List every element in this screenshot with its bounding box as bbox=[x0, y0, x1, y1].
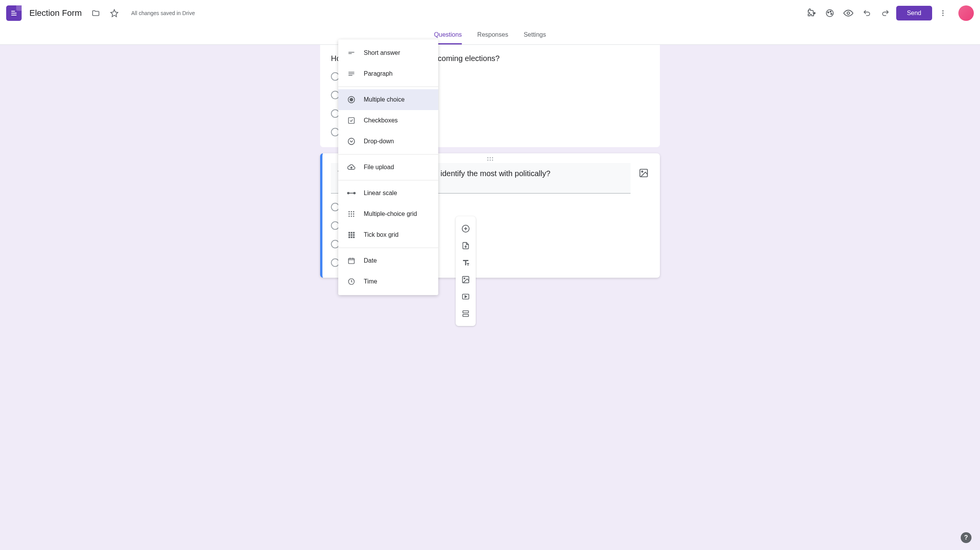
svg-rect-17 bbox=[349, 118, 354, 124]
add-title-button[interactable] bbox=[456, 254, 476, 271]
clock-icon bbox=[347, 277, 356, 286]
add-video-button[interactable] bbox=[456, 288, 476, 305]
checkbox-icon bbox=[347, 116, 356, 125]
svg-point-6 bbox=[942, 12, 943, 14]
dd-label: Time bbox=[364, 278, 377, 285]
dd-tick-grid[interactable]: Tick box grid bbox=[338, 224, 438, 245]
svg-point-1 bbox=[827, 12, 829, 13]
svg-point-25 bbox=[349, 213, 350, 214]
svg-point-18 bbox=[348, 138, 355, 145]
redo-icon[interactable] bbox=[878, 5, 893, 21]
svg-point-0 bbox=[826, 10, 833, 17]
dd-label: Checkboxes bbox=[364, 117, 398, 124]
dd-divider bbox=[338, 180, 438, 180]
svg-point-26 bbox=[351, 213, 352, 214]
add-section-button[interactable] bbox=[456, 305, 476, 322]
short-answer-icon bbox=[347, 48, 356, 58]
dd-divider bbox=[338, 248, 438, 248]
floating-toolbar bbox=[456, 216, 476, 326]
avatar[interactable] bbox=[958, 5, 974, 21]
svg-point-21 bbox=[353, 192, 356, 194]
svg-point-24 bbox=[353, 211, 354, 212]
chevron-down-circle-icon bbox=[347, 137, 356, 146]
dd-time[interactable]: Time bbox=[338, 271, 438, 292]
svg-point-44 bbox=[464, 278, 465, 279]
more-icon[interactable] bbox=[935, 5, 951, 21]
dd-mc-grid[interactable]: Multiple-choice grid bbox=[338, 204, 438, 224]
dd-label: Linear scale bbox=[364, 190, 397, 197]
dd-paragraph[interactable]: Paragraph bbox=[338, 63, 438, 84]
addons-icon[interactable] bbox=[804, 5, 819, 21]
preview-icon[interactable] bbox=[841, 5, 856, 21]
add-question-button[interactable] bbox=[456, 220, 476, 237]
svg-point-3 bbox=[831, 14, 832, 15]
dd-file-upload[interactable]: File upload bbox=[338, 157, 438, 178]
svg-rect-20 bbox=[349, 193, 354, 194]
send-button[interactable]: Send bbox=[896, 6, 932, 20]
svg-rect-38 bbox=[351, 236, 352, 238]
svg-rect-34 bbox=[349, 234, 350, 236]
dd-label: Paragraph bbox=[364, 70, 393, 77]
svg-point-23 bbox=[351, 211, 352, 212]
svg-point-27 bbox=[353, 213, 354, 214]
calendar-icon bbox=[347, 256, 356, 265]
svg-rect-14 bbox=[349, 75, 353, 76]
dd-label: Multiple-choice grid bbox=[364, 210, 417, 217]
dd-dropdown[interactable]: Drop-down bbox=[338, 131, 438, 152]
svg-rect-39 bbox=[353, 236, 354, 238]
forms-logo bbox=[6, 5, 22, 21]
undo-icon[interactable] bbox=[859, 5, 875, 21]
tabs-bar: Questions Responses Settings bbox=[0, 26, 980, 45]
form-title[interactable]: Election Form bbox=[29, 8, 82, 18]
dd-linear-scale[interactable]: Linear scale bbox=[338, 183, 438, 204]
tab-settings[interactable]: Settings bbox=[524, 26, 546, 44]
folder-icon[interactable] bbox=[88, 5, 103, 21]
dd-label: Drop-down bbox=[364, 138, 394, 145]
import-questions-button[interactable] bbox=[456, 237, 476, 254]
radio-filled-icon bbox=[347, 95, 356, 104]
svg-rect-36 bbox=[353, 234, 354, 236]
dd-multiple-choice[interactable]: Multiple choice bbox=[338, 89, 438, 110]
dd-label: Date bbox=[364, 257, 377, 264]
svg-rect-32 bbox=[351, 232, 352, 234]
square-grid-icon bbox=[347, 230, 356, 239]
svg-point-4 bbox=[847, 12, 849, 15]
svg-rect-10 bbox=[349, 52, 354, 53]
svg-rect-46 bbox=[463, 311, 469, 313]
save-status: All changes saved in Drive bbox=[131, 10, 195, 16]
svg-rect-11 bbox=[349, 53, 352, 54]
main-area: How likely are you to vote in upcoming e… bbox=[0, 45, 980, 550]
dd-short-answer[interactable]: Short answer bbox=[338, 42, 438, 63]
dd-date[interactable]: Date bbox=[338, 250, 438, 271]
dd-checkboxes[interactable]: Checkboxes bbox=[338, 110, 438, 131]
svg-point-2 bbox=[830, 11, 831, 12]
help-button[interactable]: ? bbox=[961, 532, 972, 543]
svg-point-28 bbox=[349, 216, 350, 217]
add-image-icon[interactable] bbox=[638, 168, 649, 178]
paragraph-icon bbox=[347, 69, 356, 78]
svg-point-29 bbox=[351, 216, 352, 217]
svg-point-16 bbox=[350, 98, 353, 101]
tab-responses[interactable]: Responses bbox=[477, 26, 508, 44]
dd-label: Short answer bbox=[364, 49, 400, 56]
linear-scale-icon bbox=[347, 188, 356, 198]
svg-rect-35 bbox=[351, 234, 352, 236]
star-icon[interactable] bbox=[107, 5, 122, 21]
svg-point-9 bbox=[642, 171, 643, 172]
svg-point-7 bbox=[942, 15, 943, 16]
svg-rect-33 bbox=[353, 232, 354, 234]
svg-point-30 bbox=[353, 216, 354, 217]
svg-rect-47 bbox=[463, 314, 469, 317]
dd-label: Multiple choice bbox=[364, 96, 405, 103]
svg-rect-13 bbox=[349, 73, 354, 74]
add-image-button[interactable] bbox=[456, 271, 476, 288]
theme-icon[interactable] bbox=[822, 5, 838, 21]
question-type-dropdown: Short answer Paragraph Multiple choice C… bbox=[338, 39, 438, 295]
app-header: Election Form All changes saved in Drive… bbox=[0, 0, 980, 26]
dd-label: File upload bbox=[364, 164, 394, 171]
dot-grid-icon bbox=[347, 209, 356, 219]
cloud-upload-icon bbox=[347, 163, 356, 172]
svg-point-5 bbox=[942, 10, 943, 12]
svg-rect-12 bbox=[349, 72, 354, 73]
dd-divider bbox=[338, 154, 438, 154]
